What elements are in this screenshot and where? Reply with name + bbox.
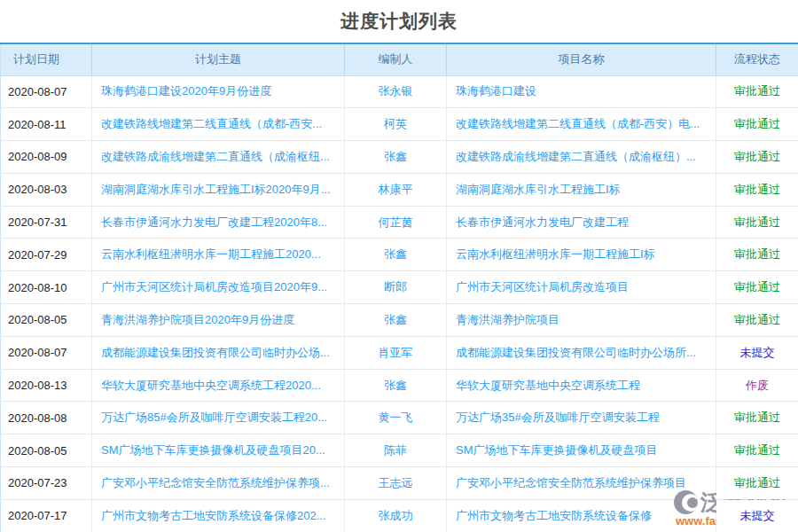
- project-link[interactable]: 广州市天河区统计局机房改造项目: [456, 280, 629, 293]
- project-cell: 万达广场35#会所及咖啡厅空调安装工程: [447, 402, 716, 434]
- project-link[interactable]: 改建铁路成渝线增建第二直通线（成渝枢纽）...: [456, 150, 696, 163]
- compiler-cell: 柯英: [345, 108, 447, 141]
- status-badge: 审批通过: [716, 206, 798, 239]
- status-badge: 未提交: [716, 499, 798, 532]
- compiler-cell: 张鑫: [345, 304, 447, 337]
- project-link[interactable]: 成都能源建设集团投资有限公司临时办公场所...: [456, 346, 696, 359]
- project-link[interactable]: 万达广场35#会所及咖啡厅空调安装工程: [456, 411, 660, 424]
- status-badge: 审批通过: [716, 108, 798, 141]
- compiler-link[interactable]: 断郎: [384, 280, 407, 293]
- plan-date: 2020-08-10: [1, 271, 92, 304]
- project-link[interactable]: 长春市伊通河水力发电厂改建工程: [456, 215, 629, 229]
- subject-link[interactable]: 华软大厦研究基地中央空调系统工程2020...: [101, 379, 321, 392]
- project-link[interactable]: 广安邓小平纪念馆安全防范系统维护保养项目: [456, 476, 686, 489]
- plan-date: 2020-08-08: [1, 402, 92, 434]
- project-cell: 改建铁路成渝线增建第二直通线（成渝枢纽）...: [447, 141, 716, 174]
- progress-plan-table: 计划日期计划主题编制人项目名称流程状态 2020-08-07珠海鹤港口建设202…: [0, 43, 798, 532]
- subject-link[interactable]: 长春市伊通河水力发电厂改建工程2020年8...: [101, 215, 327, 229]
- project-cell: 成都能源建设集团投资有限公司临时办公场所...: [447, 336, 716, 369]
- compiler-link[interactable]: 黄一飞: [379, 411, 413, 424]
- table-row[interactable]: 2020-07-31长春市伊通河水力发电厂改建工程2020年8...何芷茵长春市…: [1, 206, 798, 239]
- subject-cell: 成都能源建设集团投资有限公司临时办公场...: [92, 336, 345, 369]
- subject-cell: 长春市伊通河水力发电厂改建工程2020年8...: [92, 206, 345, 239]
- column-header-compiler: 编制人: [345, 43, 447, 75]
- subject-link[interactable]: 广州市天河区统计局机房改造项目2020年9...: [101, 280, 327, 293]
- subject-link[interactable]: 湖南洞庭湖水库引水工程施工I标2020年9月...: [101, 183, 331, 196]
- table-row[interactable]: 2020-08-13华软大厦研究基地中央空调系统工程2020...张鑫华软大厦研…: [1, 369, 798, 402]
- plan-date: 2020-08-11: [1, 108, 92, 141]
- plan-date: 2020-08-07: [1, 336, 92, 369]
- subject-link[interactable]: 青海洪湖养护院项目2020年9月份进度: [101, 313, 294, 326]
- compiler-link[interactable]: 张鑫: [384, 247, 407, 261]
- subject-link[interactable]: SM广场地下车库更换摄像机及硬盘项目20...: [101, 443, 325, 457]
- project-cell: 改建铁路线增建第二线直通线（成都-西安）电...: [447, 108, 716, 141]
- table-row[interactable]: 2020-07-23广安邓小平纪念馆安全防范系统维护保养项...王志远广安邓小平…: [1, 467, 798, 500]
- table-row[interactable]: 2020-08-07珠海鹤港口建设2020年9月份进度张永银珠海鹤港口建设审批通…: [1, 75, 798, 108]
- subject-link[interactable]: 改建铁路线增建第二线直通线（成都-西安...: [101, 117, 322, 130]
- table-row[interactable]: 2020-07-29云南水利枢纽潜明水库一期工程施工2020...张鑫云南水利枢…: [1, 239, 798, 271]
- status-badge: 审批通过: [716, 271, 798, 304]
- project-cell: 珠海鹤港口建设: [447, 75, 716, 108]
- subject-cell: 珠海鹤港口建设2020年9月份进度: [92, 75, 345, 108]
- status-badge: 审批通过: [716, 239, 798, 271]
- status-badge: 审批通过: [716, 75, 798, 108]
- compiler-link[interactable]: 何芷茵: [379, 215, 413, 229]
- compiler-link[interactable]: 林康平: [379, 183, 413, 196]
- plan-date: 2020-08-05: [1, 434, 92, 467]
- subject-link[interactable]: 广州市文物考古工地安防系统设备保修202...: [101, 509, 326, 522]
- compiler-cell: 张鑫: [345, 369, 447, 402]
- project-link[interactable]: 改建铁路线增建第二线直通线（成都-西安）电...: [456, 117, 700, 130]
- table-row[interactable]: 2020-07-17广州市文物考古工地安防系统设备保修202...张成功广州市文…: [1, 499, 798, 532]
- subject-cell: 华软大厦研究基地中央空调系统工程2020...: [92, 369, 345, 402]
- table-row[interactable]: 2020-08-09改建铁路成渝线增建第二直通线（成渝枢纽...张鑫改建铁路成渝…: [1, 141, 798, 174]
- compiler-link[interactable]: 张鑫: [384, 379, 407, 392]
- table-row[interactable]: 2020-08-05SM广场地下车库更换摄像机及硬盘项目20...陈菲SM广场地…: [1, 434, 798, 467]
- subject-link[interactable]: 广安邓小平纪念馆安全防范系统维护保养项...: [101, 476, 330, 489]
- plan-date: 2020-08-13: [1, 369, 92, 402]
- subject-link[interactable]: 珠海鹤港口建设2020年9月份进度: [101, 84, 271, 98]
- compiler-link[interactable]: 张鑫: [384, 313, 407, 326]
- compiler-link[interactable]: 柯英: [384, 117, 407, 130]
- plan-date: 2020-08-05: [1, 304, 92, 337]
- subject-link[interactable]: 万达广场85#会所及咖啡厅空调安装工程20...: [101, 411, 327, 424]
- project-cell: 青海洪湖养护院项目: [447, 304, 716, 337]
- project-link[interactable]: 湖南洞庭湖水库引水工程施工I标: [456, 183, 621, 196]
- column-header-subject: 计划主题: [92, 43, 345, 75]
- project-link[interactable]: 广州市文物考古工地安防系统设备保修: [456, 509, 652, 522]
- table-row[interactable]: 2020-08-05青海洪湖养护院项目2020年9月份进度张鑫青海洪湖养护院项目…: [1, 304, 798, 337]
- compiler-cell: 黄一飞: [345, 402, 447, 434]
- subject-cell: 广州市天河区统计局机房改造项目2020年9...: [92, 271, 345, 304]
- compiler-cell: 张鑫: [345, 141, 447, 174]
- compiler-cell: 肖亚军: [345, 336, 447, 369]
- table-row[interactable]: 2020-08-07成都能源建设集团投资有限公司临时办公场...肖亚军成都能源建…: [1, 336, 798, 369]
- project-cell: 广州市天河区统计局机房改造项目: [447, 271, 716, 304]
- project-link[interactable]: SM广场地下车库更换摄像机及硬盘项目: [456, 443, 658, 457]
- table-row[interactable]: 2020-08-08万达广场85#会所及咖啡厅空调安装工程20...黄一飞万达广…: [1, 402, 798, 434]
- project-link[interactable]: 华软大厦研究基地中央空调系统工程: [456, 379, 640, 392]
- compiler-link[interactable]: 张鑫: [384, 150, 407, 163]
- compiler-link[interactable]: 陈菲: [384, 443, 407, 457]
- project-link[interactable]: 青海洪湖养护院项目: [456, 313, 559, 326]
- subject-cell: SM广场地下车库更换摄像机及硬盘项目20...: [92, 434, 345, 467]
- project-cell: 广州市文物考古工地安防系统设备保修: [447, 499, 716, 532]
- status-badge: 审批通过: [716, 173, 798, 206]
- compiler-cell: 断郎: [345, 271, 447, 304]
- project-link[interactable]: 云南水利枢纽潜明水库一期工程施工I标: [456, 247, 655, 261]
- compiler-link[interactable]: 王志远: [379, 476, 413, 489]
- subject-link[interactable]: 改建铁路成渝线增建第二直通线（成渝枢纽...: [101, 150, 330, 163]
- table-row[interactable]: 2020-08-11改建铁路线增建第二线直通线（成都-西安...柯英改建铁路线增…: [1, 108, 798, 141]
- compiler-link[interactable]: 张成功: [379, 509, 413, 522]
- compiler-cell: 张永银: [345, 75, 447, 108]
- project-link[interactable]: 珠海鹤港口建设: [456, 84, 536, 98]
- subject-cell: 万达广场85#会所及咖啡厅空调安装工程20...: [92, 402, 345, 434]
- subject-cell: 改建铁路成渝线增建第二直通线（成渝枢纽...: [92, 141, 345, 174]
- subject-link[interactable]: 云南水利枢纽潜明水库一期工程施工2020...: [101, 247, 321, 261]
- compiler-cell: 王志远: [345, 467, 447, 500]
- compiler-link[interactable]: 肖亚军: [379, 346, 413, 359]
- subject-link[interactable]: 成都能源建设集团投资有限公司临时办公场...: [101, 346, 330, 359]
- status-badge: 审批通过: [716, 304, 798, 337]
- table-row[interactable]: 2020-08-03湖南洞庭湖水库引水工程施工I标2020年9月...林康平湖南…: [1, 173, 798, 206]
- project-cell: SM广场地下车库更换摄像机及硬盘项目: [447, 434, 716, 467]
- table-row[interactable]: 2020-08-10广州市天河区统计局机房改造项目2020年9...断郎广州市天…: [1, 271, 798, 304]
- compiler-link[interactable]: 张永银: [379, 84, 413, 98]
